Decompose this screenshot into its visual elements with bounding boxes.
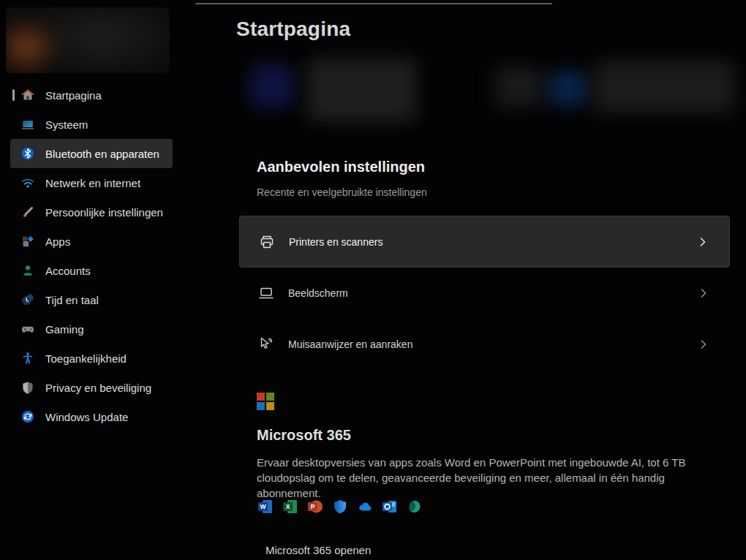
touch-cursor-icon	[257, 336, 275, 353]
gaming-icon	[20, 322, 35, 336]
svg-text:P: P	[311, 503, 315, 510]
m365-title: Microsoft 365	[257, 427, 351, 444]
svg-text:X: X	[286, 503, 290, 510]
settings-window: Startpagina Systeem Bluetooth en apparat…	[0, 0, 746, 560]
chevron-right-icon	[698, 338, 709, 350]
shield-icon	[20, 380, 35, 395]
top-divider	[195, 3, 552, 4]
personalization-brush-icon	[20, 205, 35, 219]
sidebar-item-systeem[interactable]: Systeem	[10, 110, 173, 139]
defender-icon	[331, 498, 349, 515]
blurred-card	[250, 64, 294, 108]
setting-row-printers-en-scanners[interactable]: Printers en scanners	[239, 216, 730, 268]
sidebar-item-label: Tijd en taal	[45, 294, 99, 306]
sidebar-item-accounts[interactable]: Accounts	[10, 256, 173, 285]
system-icon	[20, 117, 35, 132]
sidebar-item-label: Bluetooth en apparaten	[45, 148, 159, 160]
excel-icon: X	[282, 498, 299, 515]
m365-description: Ervaar desktopversies van apps zoals Wor…	[257, 455, 731, 501]
sidebar-nav: Startpagina Systeem Bluetooth en apparat…	[10, 80, 173, 431]
ms-logo-blue-square	[257, 402, 265, 410]
recommended-settings-title: Aanbevolen instellingen	[257, 159, 425, 175]
network-icon	[20, 175, 35, 190]
powerpoint-icon: P	[306, 498, 324, 515]
sidebar-item-tijd-en-taal[interactable]: Tijd en taal	[10, 285, 173, 314]
blurred-card	[594, 61, 734, 113]
sidebar-item-label: Toegankelijkheid	[45, 352, 127, 365]
selected-indicator	[12, 89, 15, 101]
setting-row-beeldscherm[interactable]: Beeldscherm	[239, 268, 730, 319]
accounts-icon	[20, 263, 35, 278]
accessibility-icon	[20, 351, 35, 366]
chevron-right-icon	[698, 287, 709, 299]
recommended-settings-subtitle: Recente en veelgebruikte instellingen	[257, 186, 427, 198]
microsoft-365-teal-icon	[406, 498, 423, 515]
time-language-icon	[20, 292, 35, 307]
display-icon	[257, 284, 275, 302]
setting-row-label: Muisaanwijzer en aanraken	[288, 338, 412, 350]
user-profile-blurred[interactable]	[6, 7, 170, 73]
sidebar-item-label: Accounts	[45, 265, 91, 277]
page-title: Startpagina	[236, 18, 350, 41]
blurred-card	[494, 67, 543, 107]
sidebar-item-label: Gaming	[45, 323, 84, 336]
chevron-right-icon	[697, 236, 709, 248]
svg-text:W: W	[260, 503, 266, 510]
ms-logo-green-square	[266, 393, 274, 401]
sidebar-item-apps[interactable]: Apps	[10, 227, 173, 256]
sidebar-item-persoonlijke-instellingen[interactable]: Persoonlijke instellingen	[10, 197, 173, 227]
sidebar-item-label: Windows Update	[45, 411, 128, 423]
sidebar-item-label: Systeem	[45, 118, 88, 131]
open-microsoft-365-link[interactable]: Microsoft 365 openen	[265, 544, 371, 556]
sidebar-item-label: Startpagina	[45, 89, 102, 102]
word-icon: W	[257, 498, 274, 515]
setting-row-label: Printers en scanners	[289, 236, 383, 248]
sidebar-item-gaming[interactable]: Gaming	[10, 314, 173, 344]
printer-icon	[258, 233, 276, 251]
sidebar-item-label: Persoonlijke instellingen	[45, 206, 163, 219]
sidebar-item-netwerk-en-internet[interactable]: Netwerk en internet	[10, 168, 173, 197]
sidebar-item-label: Privacy en beveiliging	[45, 382, 151, 394]
setting-row-muisaanwijzer-en-aanraken[interactable]: Muisaanwijzer en aanraken	[239, 319, 730, 370]
avatar	[6, 7, 170, 73]
apps-icon	[20, 234, 35, 249]
office-apps-icon-row: W X P	[257, 498, 423, 515]
setting-row-label: Beeldscherm	[288, 287, 348, 299]
ms-logo-yellow-square	[266, 402, 274, 410]
bluetooth-icon	[20, 146, 35, 161]
microsoft-logo-icon	[257, 393, 274, 410]
blurred-card	[307, 58, 417, 121]
home-icon	[20, 88, 35, 102]
ms-logo-red-square	[257, 393, 265, 401]
sidebar-item-toegankelijkheid[interactable]: Toegankelijkheid	[10, 344, 173, 373]
recommended-settings-list: Printers en scanners Beeldscherm Muisaan…	[239, 216, 730, 370]
blurred-card	[549, 71, 589, 106]
outlook-icon	[381, 498, 399, 515]
sidebar-item-bluetooth-en-apparaten[interactable]: Bluetooth en apparaten	[10, 139, 173, 168]
sidebar: Startpagina Systeem Bluetooth en apparat…	[0, 0, 205, 560]
sidebar-item-windows-update[interactable]: Windows Update	[10, 402, 173, 431]
sidebar-item-label: Netwerk en internet	[45, 177, 140, 189]
sidebar-item-startpagina[interactable]: Startpagina	[10, 80, 173, 110]
windows-update-icon	[20, 409, 35, 424]
onedrive-icon	[356, 498, 374, 515]
sidebar-item-label: Apps	[45, 235, 70, 248]
sidebar-item-privacy-en-beveiliging[interactable]: Privacy en beveiliging	[10, 373, 173, 402]
